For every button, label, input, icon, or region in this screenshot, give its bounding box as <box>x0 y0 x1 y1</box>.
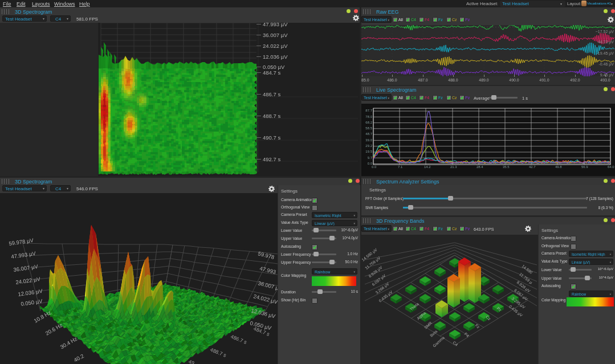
svg-text:Gamma: Gamma <box>432 336 445 348</box>
svg-text:49: 49 <box>188 359 195 364</box>
svg-text:486.7 s: 486.7 s <box>230 334 248 346</box>
svg-text:F4: F4 <box>463 332 470 338</box>
svg-text:20.6 Hz: 20.6 Hz <box>44 322 64 337</box>
svg-text:10.8 Hz: 10.8 Hz <box>33 309 52 324</box>
svg-text:59.978: 59.978 <box>258 250 275 260</box>
svg-text:0.050 µV: 0.050 µV <box>21 298 43 307</box>
svg-text:C4: C4 <box>452 341 458 347</box>
svg-text:Fz: Fz <box>474 324 480 330</box>
svg-text:40.2: 40.2 <box>73 353 85 363</box>
svg-text:24.022 µV: 24.022 µV <box>15 276 41 285</box>
svg-text:59.978 µV: 59.978 µV <box>9 237 34 247</box>
svg-text:36.007 µV: 36.007 µV <box>13 263 39 273</box>
svg-text:488.7 s: 488.7 s <box>209 347 227 359</box>
svg-text:SMR: SMR <box>423 321 433 330</box>
svg-text:47.993 µV: 47.993 µV <box>11 250 36 260</box>
svg-text:30.4 Hz: 30.4 Hz <box>59 336 79 350</box>
svg-text:24.022 µV: 24.022 µV <box>253 293 278 305</box>
svg-text:12.036 µV: 12.036 µV <box>18 288 43 297</box>
svg-text:36.007 µ: 36.007 µ <box>258 280 278 291</box>
